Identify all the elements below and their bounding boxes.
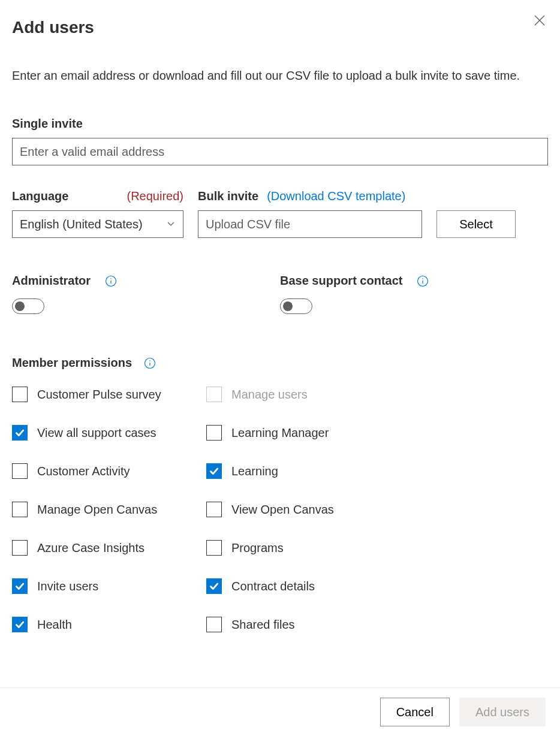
permission-label: Customer Pulse survey bbox=[37, 388, 161, 402]
svg-point-10 bbox=[149, 360, 150, 361]
language-bulk-row: Language (Required) English (United Stat… bbox=[12, 189, 548, 238]
permission-item: Programs bbox=[206, 540, 548, 556]
permission-item: Customer Pulse survey bbox=[12, 387, 206, 402]
download-csv-link[interactable]: (Download CSV template) bbox=[267, 189, 405, 203]
permission-label: Programs bbox=[231, 541, 284, 555]
permission-checkbox[interactable] bbox=[206, 617, 222, 632]
panel-footer: Cancel Add users bbox=[0, 687, 560, 736]
member-permissions-label: Member permissions bbox=[12, 356, 132, 370]
permission-item: Azure Case Insights bbox=[12, 540, 206, 556]
permission-item: Manage users bbox=[206, 387, 548, 402]
member-permissions-label-row: Member permissions bbox=[12, 356, 548, 370]
language-label-row: Language (Required) bbox=[12, 189, 183, 203]
toggle-knob bbox=[15, 301, 25, 311]
panel-title: Add users bbox=[12, 18, 94, 37]
info-icon[interactable] bbox=[144, 357, 156, 369]
permission-item: Health bbox=[12, 617, 206, 632]
permission-label: Learning bbox=[231, 464, 278, 478]
panel-header: Add users bbox=[12, 12, 548, 55]
permission-checkbox[interactable] bbox=[12, 502, 28, 517]
permission-checkbox[interactable] bbox=[206, 425, 222, 441]
permission-label: Customer Activity bbox=[37, 464, 130, 478]
intro-text: Enter an email address or download and f… bbox=[12, 67, 540, 84]
language-section: Language (Required) English (United Stat… bbox=[12, 189, 183, 238]
base-support-toggle[interactable] bbox=[280, 298, 312, 314]
bulk-invite-section: Bulk invite (Download CSV template) Uplo… bbox=[198, 189, 548, 238]
permission-item: Customer Activity bbox=[12, 463, 206, 479]
permission-item: View Open Canvas bbox=[206, 502, 548, 517]
language-select[interactable]: English (United States) bbox=[12, 210, 183, 238]
chevron-down-icon bbox=[166, 218, 176, 231]
single-invite-label: Single invite bbox=[12, 117, 548, 131]
permission-checkbox[interactable] bbox=[206, 578, 222, 594]
permission-checkbox[interactable] bbox=[12, 387, 28, 402]
add-users-panel: Add users Enter an email address or down… bbox=[0, 0, 560, 736]
permission-checkbox bbox=[206, 387, 222, 402]
permission-checkbox[interactable] bbox=[12, 578, 28, 594]
permission-checkbox[interactable] bbox=[12, 463, 28, 479]
permission-checkbox[interactable] bbox=[206, 540, 222, 556]
upload-csv-placeholder: Upload CSV file bbox=[206, 218, 290, 231]
permission-label: Azure Case Insights bbox=[37, 541, 144, 555]
toggle-knob bbox=[283, 301, 293, 311]
base-support-section: Base support contact bbox=[280, 274, 548, 314]
toggles-row: Administrator Base support contact bbox=[12, 274, 548, 314]
single-invite-section: Single invite bbox=[12, 117, 548, 165]
permission-label: Learning Manager bbox=[231, 426, 329, 440]
permission-label: Health bbox=[37, 618, 72, 632]
close-button[interactable] bbox=[531, 12, 548, 29]
permission-label: View all support cases bbox=[37, 426, 156, 440]
permission-label: View Open Canvas bbox=[231, 503, 334, 517]
language-value: English (United States) bbox=[20, 218, 143, 231]
permission-item: Contract details bbox=[206, 578, 548, 594]
svg-point-4 bbox=[110, 278, 112, 279]
permission-item: Learning Manager bbox=[206, 425, 548, 441]
permission-label: Contract details bbox=[231, 580, 315, 593]
info-icon[interactable] bbox=[417, 275, 429, 287]
permission-item: Shared files bbox=[206, 617, 548, 632]
bulk-controls: Upload CSV file Select bbox=[198, 210, 548, 238]
close-icon bbox=[534, 14, 546, 26]
administrator-label-row: Administrator bbox=[12, 274, 268, 288]
permission-checkbox[interactable] bbox=[12, 617, 28, 632]
bulk-invite-label: Bulk invite bbox=[198, 189, 258, 203]
permission-label: Invite users bbox=[37, 580, 98, 593]
permission-item: Invite users bbox=[12, 578, 206, 594]
base-support-label-row: Base support contact bbox=[280, 274, 536, 288]
permission-label: Manage Open Canvas bbox=[37, 503, 157, 517]
permission-item: Learning bbox=[206, 463, 548, 479]
select-file-button[interactable]: Select bbox=[436, 210, 516, 238]
permission-checkbox[interactable] bbox=[206, 463, 222, 479]
administrator-label: Administrator bbox=[12, 274, 91, 288]
permissions-grid: Customer Pulse surveyManage usersView al… bbox=[12, 387, 548, 632]
upload-csv-input[interactable]: Upload CSV file bbox=[198, 210, 422, 238]
cancel-button[interactable]: Cancel bbox=[380, 698, 450, 726]
permission-item: Manage Open Canvas bbox=[12, 502, 206, 517]
info-icon[interactable] bbox=[105, 275, 117, 287]
permission-checkbox[interactable] bbox=[12, 425, 28, 441]
permission-item: View all support cases bbox=[12, 425, 206, 441]
base-support-label: Base support contact bbox=[280, 274, 402, 288]
svg-point-7 bbox=[423, 278, 424, 279]
permission-label: Manage users bbox=[231, 388, 308, 402]
add-users-button[interactable]: Add users bbox=[459, 698, 546, 726]
administrator-toggle[interactable] bbox=[12, 298, 44, 314]
permission-label: Shared files bbox=[231, 618, 295, 632]
required-tag: (Required) bbox=[127, 189, 183, 203]
permission-checkbox[interactable] bbox=[12, 540, 28, 556]
permission-checkbox[interactable] bbox=[206, 502, 222, 517]
administrator-section: Administrator bbox=[12, 274, 280, 314]
bulk-invite-label-row: Bulk invite (Download CSV template) bbox=[198, 189, 548, 203]
single-invite-input[interactable] bbox=[12, 138, 548, 165]
language-label: Language bbox=[12, 189, 68, 203]
